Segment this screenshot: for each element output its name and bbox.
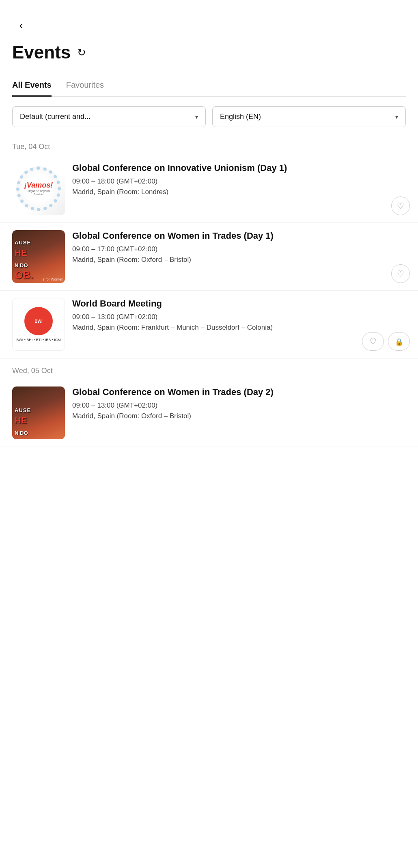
refresh-icon[interactable] — [77, 46, 86, 59]
event-thumbnail-3: BWI BWI • BHI • BTI • IBB • ICM — [12, 298, 65, 351]
date-filter-chevron — [195, 114, 198, 120]
back-arrow-icon: ‹ — [19, 19, 23, 32]
tab-all-events[interactable]: All Events — [12, 75, 52, 97]
thumb-subtitle-2: s for Women — [43, 277, 63, 281]
event-card-1[interactable]: ¡Vamos! Organise BeyondBorders Global Co… — [0, 155, 418, 223]
event-time-4: 09:00 – 13:00 (GMT+02:00) — [72, 402, 384, 410]
event-thumbnail-2: AUSE HE N DO OB. s for Women — [12, 230, 65, 283]
event-thumbnail-4: AUSE HE N DO — [12, 386, 65, 439]
bwi-logo: BWI — [24, 307, 53, 335]
language-filter-chevron — [395, 114, 398, 120]
event-time-1: 09:00 – 18:00 (GMT+02:00) — [72, 177, 384, 186]
lock-button-3[interactable] — [388, 332, 410, 351]
date-filter-select[interactable]: Default (current and... — [12, 106, 206, 127]
event-title-2: Global Conference on Women in Trades (Da… — [72, 230, 384, 242]
date-label-wed: Wed, 05 Oct — [12, 367, 406, 375]
filters-row: Default (current and... English (EN) — [12, 106, 406, 127]
event-title-4: Global Conference on Women in Trades (Da… — [72, 386, 384, 398]
tab-favourites[interactable]: Favourites — [66, 75, 104, 97]
tabs-bar: All Events Favourites — [12, 75, 406, 97]
event-thumbnail-1: ¡Vamos! Organise BeyondBorders — [12, 162, 65, 215]
date-label-tue: Tue, 04 Oct — [12, 143, 406, 151]
date-section-tue: Tue, 04 Oct — [0, 143, 418, 151]
event-location-4: Madrid, Spain (Room: Oxford – Bristol) — [72, 411, 384, 421]
heart-icon-3 — [369, 337, 377, 346]
event-title-3: World Board Meeting — [72, 298, 384, 310]
event-title-1: Global Conference on Innovative Unionism… — [72, 162, 384, 174]
favourite-button-3[interactable] — [362, 332, 384, 351]
heart-icon-2 — [397, 269, 404, 279]
event-location-3: Madrid, Spain (Room: Frankfurt – Munich … — [72, 323, 384, 333]
event-card-2[interactable]: AUSE HE N DO OB. s for Women Global Conf… — [0, 223, 418, 291]
event-card-3[interactable]: BWI BWI • BHI • BTI • IBB • ICM World Bo… — [0, 291, 418, 358]
event-time-3: 09:00 – 13:00 (GMT+02:00) — [72, 313, 384, 321]
event-location-1: Madrid, Spain (Room: Londres) — [72, 187, 384, 197]
date-section-wed: Wed, 05 Oct — [0, 367, 418, 375]
event-card-4[interactable]: AUSE HE N DO Global Conference on Women … — [0, 379, 418, 447]
event-info-2: Global Conference on Women in Trades (Da… — [72, 230, 406, 264]
event-info-1: Global Conference on Innovative Unionism… — [72, 162, 406, 196]
favourite-button-1[interactable] — [391, 196, 410, 215]
heart-icon-1 — [397, 201, 404, 211]
favourite-button-2[interactable] — [391, 264, 410, 283]
bwi-brands-text: BWI • BHI • BTI • IBB • ICM — [16, 338, 61, 342]
event-info-4: Global Conference on Women in Trades (Da… — [72, 386, 406, 421]
lock-icon-3 — [395, 337, 403, 346]
back-button[interactable]: ‹ — [12, 16, 30, 34]
page-title: Events — [12, 42, 71, 63]
date-filter-label: Default (current and... — [20, 112, 90, 121]
event-location-2: Madrid, Spain (Room: Oxford – Bristol) — [72, 255, 384, 265]
event-actions-3 — [362, 332, 410, 351]
language-filter-label: English (EN) — [220, 112, 261, 121]
language-filter-select[interactable]: English (EN) — [212, 106, 406, 127]
event-info-3: World Board Meeting 09:00 – 13:00 (GMT+0… — [72, 298, 406, 332]
event-time-2: 09:00 – 17:00 (GMT+02:00) — [72, 245, 384, 253]
